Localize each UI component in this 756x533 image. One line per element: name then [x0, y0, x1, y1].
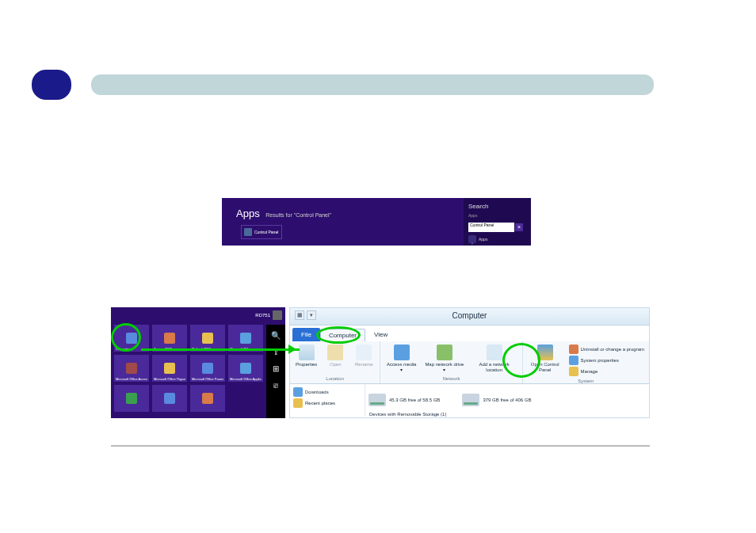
uninstall-button[interactable]: Uninstall or change a program — [569, 345, 644, 354]
apps-scope-icon — [468, 235, 476, 243]
start-charm-icon[interactable]: ⊞ — [273, 364, 279, 373]
page-header-decoration — [32, 70, 661, 109]
recent-places-icon — [293, 398, 303, 408]
tile-office-3[interactable]: Microsoft Office Organiza... — [152, 355, 187, 382]
office-icon — [126, 363, 137, 374]
search-heading: Search — [468, 203, 526, 210]
ribbon-tabs: File Computer View — [290, 326, 649, 341]
properties-label: Properties — [296, 362, 317, 367]
control-panel-result-tile[interactable]: Control Panel — [241, 225, 282, 239]
office-icon — [240, 333, 251, 344]
drive-item[interactable]: 45.3 GB free of 58.5 GB — [368, 386, 440, 414]
drives-pane: 45.3 GB free of 58.5 GB 379 GB free of 4… — [365, 384, 649, 416]
clear-search-button[interactable]: × — [515, 223, 523, 231]
sys-props-icon — [569, 356, 578, 365]
map-drive-icon — [437, 345, 452, 360]
user-badge[interactable]: RD751 — [255, 310, 282, 320]
charms-bar: 🔍 ⇪ ⊞ ⎚ — [266, 325, 285, 418]
downloads-icon — [293, 387, 303, 397]
apps-scope-text: Apps — [479, 237, 487, 242]
control-panel-label: Control Panel — [254, 230, 278, 234]
manage-icon — [569, 367, 578, 376]
qat-properties-icon[interactable]: ▦ — [295, 310, 304, 320]
tile-outlook[interactable]: Outlook 2003 — [190, 325, 225, 352]
ribbon-group-network: Access media ▾ Map network drive ▾ Add a… — [380, 341, 522, 383]
access-icon — [164, 333, 175, 344]
nav-recent-places[interactable]: Recent places — [293, 398, 361, 408]
rename-label: Rename — [355, 362, 373, 367]
search-scope-label: Apps — [468, 213, 526, 218]
open-icon — [327, 345, 343, 360]
apps-subtitle: Results for "Control Panel" — [265, 212, 331, 218]
uninstall-label: Uninstall or change a program — [581, 347, 644, 352]
tile-office-2[interactable]: Microsoft Office Access Snapshot... — [114, 355, 149, 382]
tile-access[interactable]: Access 2003 — [152, 325, 187, 352]
tile-app-c[interactable] — [190, 385, 225, 412]
manage-label: Manage — [581, 369, 598, 374]
add-net-icon — [487, 345, 502, 360]
map-network-drive-button[interactable]: Map network drive ▾ — [421, 343, 468, 375]
search-scope-apps-row[interactable]: Apps — [468, 235, 487, 243]
annotation-circle-computer-tab — [316, 326, 361, 344]
devices-charm-icon[interactable]: ⎚ — [273, 381, 278, 390]
app-icon — [126, 393, 137, 404]
access-media-label: Access media ▾ — [386, 362, 417, 372]
group-label-system: System — [525, 378, 647, 384]
window-titlebar: ▦ ▾ Computer — [290, 308, 649, 326]
tab-computer[interactable]: Computer — [320, 329, 365, 341]
control-panel-icon — [244, 228, 252, 236]
access-media-button[interactable]: Access media ▾ — [382, 343, 421, 375]
group-label-location: Location — [292, 375, 378, 382]
qat-dropdown-icon[interactable]: ▾ — [307, 310, 316, 320]
tile-label: Microsoft Office Access Snapshot... — [116, 377, 147, 381]
apps-search-figure: Apps Results for "Control Panel" Control… — [222, 198, 531, 246]
nav-pane: Downloads Recent places — [290, 384, 365, 416]
search-charm-icon[interactable]: 🔍 — [271, 331, 281, 340]
explorer-body: Downloads Recent places 45.3 GB free of … — [290, 384, 649, 416]
tile-office-4[interactable]: Microsoft Office Application... — [228, 355, 263, 382]
map-drive-label: Map network drive ▾ — [425, 362, 464, 372]
open-label: Open — [330, 362, 342, 367]
drive-free-text: 45.3 GB free of 58.5 GB — [389, 398, 440, 402]
apps-title-text: Apps — [236, 207, 260, 219]
media-icon — [394, 345, 410, 360]
start-and-explorer-figure: RD751 🔍 ⇪ ⊞ ⎚ Computer Access 2003 Outlo… — [111, 307, 650, 420]
open-button: Open — [321, 343, 349, 375]
uninstall-icon — [569, 345, 578, 354]
section-heading-removable: Devices with Removable Storage (1) — [369, 412, 446, 417]
outlook-icon — [202, 333, 213, 344]
manage-button[interactable]: Manage — [569, 367, 644, 376]
annotation-circle-computer-tile — [111, 323, 141, 352]
drive-item[interactable]: 379 GB free of 406 GB — [462, 386, 531, 414]
tab-view[interactable]: View — [365, 328, 396, 341]
system-small-buttons: Uninstall or change a program System pro… — [566, 343, 647, 378]
tile-app-a[interactable] — [114, 385, 149, 412]
header-bar-shape — [91, 74, 654, 95]
office-icon — [240, 363, 251, 374]
window-title: Computer — [452, 311, 487, 320]
search-input[interactable]: Control Panel — [468, 223, 514, 232]
tile-label: Microsoft Office Application... — [230, 377, 262, 381]
drive-icon — [462, 394, 479, 406]
ribbon: Properties Open Rename Location Access m… — [290, 341, 649, 384]
tile-office-1[interactable]: Microsoft Office... — [228, 325, 263, 352]
annotation-arrow — [141, 348, 300, 351]
user-name: RD751 — [255, 313, 270, 318]
drive-free-text: 379 GB free of 406 GB — [483, 398, 531, 402]
system-properties-button[interactable]: System properties — [569, 356, 644, 365]
tile-app-b[interactable] — [152, 385, 187, 412]
ribbon-group-system: Open Control Panel Uninstall or change a… — [523, 341, 649, 383]
sys-props-label: System properties — [581, 358, 619, 363]
powerpoint-icon — [202, 363, 213, 374]
tile-powerpoint[interactable]: Microsoft Office PowerPoint 2003 — [190, 355, 225, 382]
downloads-label: Downloads — [305, 390, 329, 394]
annotation-circle-open-control-panel — [502, 343, 540, 378]
rename-button: Rename — [349, 343, 378, 375]
side-tab-shape — [32, 70, 71, 100]
office-icon — [164, 363, 175, 374]
avatar — [273, 310, 282, 320]
quick-access-toolbar: ▦ ▾ — [295, 310, 316, 320]
group-label-network: Network — [382, 375, 520, 382]
tile-label: Microsoft Office Organiza... — [154, 377, 185, 381]
nav-downloads[interactable]: Downloads — [293, 387, 361, 397]
